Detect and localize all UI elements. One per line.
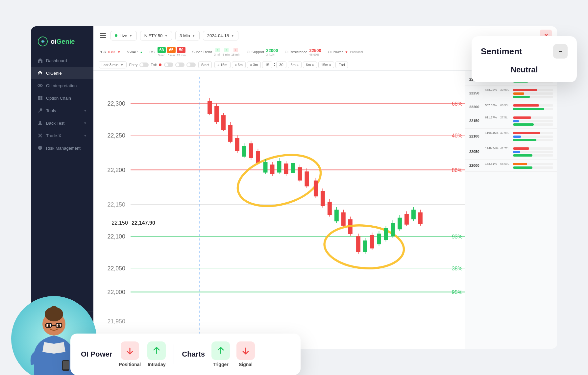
oi-power-label: OI Power xyxy=(81,350,112,359)
bar-track xyxy=(513,92,553,95)
signal-down-arrow-icon xyxy=(241,346,250,355)
chevron-down-icon: ▼ xyxy=(84,109,87,113)
signal-button[interactable] xyxy=(236,341,255,360)
svg-text:22,150: 22,150 xyxy=(112,220,128,226)
mode-selector[interactable]: Live ▼ xyxy=(110,31,137,40)
sidebar-item-backtest[interactable]: Back Test ▼ xyxy=(31,117,93,129)
rsi-item-2: 50 15 min xyxy=(177,47,186,57)
sidebar-item-risk-management[interactable]: Risk Management xyxy=(31,142,93,154)
exit-dot xyxy=(159,63,161,66)
trigger-button[interactable] xyxy=(211,341,230,360)
start-btn[interactable]: Start xyxy=(198,62,212,68)
rsi-value-15min: 50 xyxy=(177,47,185,53)
bar-pct: 488.92% xyxy=(485,88,499,91)
bar-fill-green xyxy=(513,108,544,110)
sidebar-item-tools[interactable]: Tools ▼ xyxy=(31,105,93,116)
hamburger-button[interactable] xyxy=(99,32,107,39)
bar-track xyxy=(513,132,553,134)
bar-pct: 611.17% xyxy=(485,116,499,119)
nav-15-selector[interactable]: 15 xyxy=(262,62,272,68)
svg-rect-4 xyxy=(38,96,40,98)
rsi-value-5min: 65 xyxy=(167,47,175,53)
oi-resistance-indicator: OI Resistance 22500 46.90% xyxy=(285,48,321,56)
svg-text:68%: 68% xyxy=(452,101,462,107)
oi-power-trend-icon: ▼ xyxy=(345,50,348,54)
sidebar-item-label: Option Chain xyxy=(46,96,71,101)
symbol-selector[interactable]: NIFTY 50 ▼ xyxy=(140,31,172,40)
sentiment-minimize-button[interactable]: − xyxy=(553,44,568,59)
toggle-2[interactable] xyxy=(175,63,184,67)
vertical-divider xyxy=(174,344,174,364)
nav-3m-back[interactable]: « 3m xyxy=(247,62,261,68)
sentiment-card: Sentiment − Neutral xyxy=(472,36,577,82)
sidebar-item-oigenie[interactable]: OiGenie xyxy=(31,67,93,79)
active-arrow-icon xyxy=(37,70,43,76)
sidebar-item-oi-interpretation[interactable]: Oi Interpretation xyxy=(31,80,93,91)
sidebar-item-label: Risk Management xyxy=(46,146,81,151)
oi-bar-row xyxy=(485,123,553,126)
st-label: 15 min xyxy=(231,53,240,56)
live-indicator xyxy=(115,34,117,37)
bar-val: 47.99L xyxy=(500,131,512,135)
oi-row-22200: 22200 587.83% 68.53L xyxy=(465,101,557,113)
svg-rect-106 xyxy=(63,361,69,369)
sidebar-item-option-chain[interactable]: Option Chain xyxy=(31,92,93,104)
bar-fill-green xyxy=(513,166,532,169)
pcr-label: PCR xyxy=(99,50,106,54)
sidebar-item-label: OiGenie xyxy=(46,71,62,76)
entry-toggle[interactable] xyxy=(139,63,149,67)
oi-bar-row xyxy=(485,120,553,122)
oi-support-values: 22000 3.41% xyxy=(266,48,278,56)
oi-bar-row: 488.92% 30.99L xyxy=(485,88,553,91)
oi-support-pct: 3.41% xyxy=(266,53,278,56)
st-3min: ↑ 3 min xyxy=(214,48,221,56)
oi-power-grid: OI Power Positional Intra xyxy=(81,341,290,367)
nav-3m-fwd[interactable]: 3m » xyxy=(288,62,302,68)
bar-track xyxy=(513,120,553,122)
chevron-down-icon: ▼ xyxy=(231,34,234,38)
symbol-label: NIFTY 50 xyxy=(144,33,162,38)
svg-point-3 xyxy=(39,85,41,86)
nav-end[interactable]: End xyxy=(335,62,348,68)
sidebar-nav: Dashboard OiGenie Oi Interpretation xyxy=(31,55,93,312)
bar-track xyxy=(513,163,553,165)
nav-15m-fwd[interactable]: 15m » xyxy=(318,62,334,68)
intraday-button[interactable] xyxy=(147,341,166,360)
interval-label: 3 Min xyxy=(180,33,190,38)
nav-6m-fwd[interactable]: 6m » xyxy=(303,62,317,68)
toggle-3[interactable] xyxy=(186,63,196,67)
rsi-indicator: RSI 68 3 min 65 5 min 50 15 min xyxy=(149,47,185,57)
oi-bars: 488.92% 30.99L xyxy=(485,88,553,98)
oi-price: 22000 xyxy=(469,163,482,167)
svg-text:22,200: 22,200 xyxy=(108,167,125,173)
sidebar-item-label: Trade-X xyxy=(46,133,61,138)
svg-rect-6 xyxy=(38,98,40,100)
positional-button[interactable] xyxy=(121,341,139,360)
date-selector[interactable]: 2024-04-18 ▼ xyxy=(203,31,238,40)
bar-fill-green xyxy=(513,154,532,157)
bar-fill-green xyxy=(513,139,536,141)
bar-fill-orange xyxy=(513,92,524,95)
oi-resistance-value: 22500 xyxy=(309,48,321,53)
sidebar-item-tradex[interactable]: Trade-X ▼ xyxy=(31,130,93,141)
interval-selector[interactable]: 3 Min ▼ xyxy=(175,31,200,40)
bar-pct: 1196.45% xyxy=(485,131,499,135)
oi-bar-row: 611.17% 27.5L xyxy=(485,116,553,119)
rsi-label: RSI xyxy=(149,50,155,54)
toggle-1[interactable] xyxy=(164,63,173,67)
oi-price: 22050 xyxy=(469,150,482,154)
charts-label: Charts xyxy=(182,350,205,359)
nav-30-selector[interactable]: 30 xyxy=(276,62,286,68)
nav-6m-back[interactable]: « 6m xyxy=(232,62,246,68)
timeframe-btn[interactable]: Last 3 min ▼ xyxy=(99,61,127,68)
oi-support-value: 22000 xyxy=(266,48,278,53)
sentiment-header: Sentiment − xyxy=(481,44,568,59)
wrench-icon xyxy=(37,108,43,113)
nav-15m-back[interactable]: « 15m xyxy=(214,62,231,68)
sidebar-item-dashboard[interactable]: Dashboard xyxy=(31,55,93,66)
vwap-label: VWAP xyxy=(127,50,138,54)
bar-fill-blue xyxy=(513,151,520,153)
bar-val: 68.69L xyxy=(500,162,512,165)
svg-text:93%: 93% xyxy=(452,234,462,239)
dash-icon: − xyxy=(558,48,562,55)
